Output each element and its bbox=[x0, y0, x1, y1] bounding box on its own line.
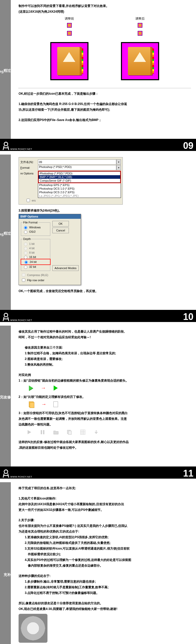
case-h: 对应此例 bbox=[19, 373, 191, 377]
compare-icon-after bbox=[54, 402, 55, 406]
logo-icon bbox=[3, 313, 9, 321]
format-option-dcs2[interactable]: Photoshop DCS 2.0 (*.EPS) bbox=[38, 190, 121, 194]
big-icon-after bbox=[121, 42, 159, 80]
sidebar-sub-09: PS bbox=[0, 70, 4, 74]
logo-icon bbox=[3, 469, 9, 478]
micro-icon-after-1 bbox=[138, 23, 142, 28]
radio-4bit bbox=[24, 247, 27, 250]
filename-dropdown-button[interactable]: ▾ bbox=[116, 159, 121, 165]
bmp-options-dialog: BMP Options File Format Windows OS/2 Dep… bbox=[19, 214, 81, 285]
radio-1bit bbox=[24, 243, 27, 246]
sidebar-sub-10: PS bbox=[0, 233, 4, 237]
c3-l3: 边线颜色的一致性问题。 bbox=[19, 422, 191, 427]
micro-icon-before-1 bbox=[67, 23, 72, 28]
s12-h2-l1: 也许有朋友提到为什么不直接拿PS做呢?:) 这其实只是我的个人步骤而已,但我认 bbox=[19, 524, 191, 528]
summary-l2: ,我的这套图标目前也随时处于修改过程中。 bbox=[19, 445, 191, 450]
c3-l1: 3：如部分按钮的不可用状态(灰色不可选按钮)由于直接转换各种颜色对应的黑白 bbox=[19, 411, 191, 415]
filename-input[interactable] bbox=[38, 159, 116, 165]
filename-label: 文件名(N): bbox=[20, 160, 38, 164]
format-list-highlight: Photoshop (*.PSD;*.PDD) BMP (*.BMP;*.RLE… bbox=[38, 171, 121, 183]
svg-point-0 bbox=[4, 142, 8, 146]
format-option-dcs1[interactable]: Photoshop DCS 1.0 (*.EPS) bbox=[38, 187, 121, 190]
format-select[interactable]: Photoshop (*.PSD;*.PDD) bbox=[38, 165, 116, 170]
watch-illustration bbox=[19, 614, 47, 643]
chk-compress bbox=[22, 273, 25, 277]
svg-rect-2 bbox=[41, 430, 42, 434]
big-icon-before bbox=[50, 42, 88, 80]
svg-rect-5 bbox=[68, 431, 71, 434]
format-option-jpeg[interactable]: La JPEG (*.JPG;*.JPEG;*.JPE) bbox=[38, 194, 121, 198]
format-option-gif[interactable]: CompuServe GIF (*.GIF) bbox=[39, 179, 120, 182]
play-icon-before bbox=[29, 385, 33, 391]
summary-l1: 这样的N次的反馈–修改过程中就会练就大家界面图标的技术,耐心以及更好的作品 bbox=[19, 440, 191, 444]
footer-url-09: WWW.ROKEY.NET bbox=[10, 148, 32, 150]
c2: 2：如“比较”功能的定义理解有误也经历了修改。 bbox=[19, 395, 191, 399]
options-label: re Options bbox=[20, 171, 38, 198]
svg-rect-3 bbox=[43, 430, 44, 434]
arrow-icon: → bbox=[41, 401, 46, 407]
c3-l2: 灰色调不一致也需要重新一起调整，并放到程序默认的背景色上观看效果。注意 bbox=[19, 416, 191, 421]
format-label: Format: bbox=[20, 166, 38, 169]
s12-w1: 1.多步骤制作,输出,非常繁琐,需要注意的问题也很多; bbox=[25, 579, 191, 584]
disabled-copy-icon bbox=[67, 429, 72, 435]
radio-32bit[interactable] bbox=[24, 265, 27, 269]
footer-url-10: WWW.ROKEY.NET bbox=[10, 319, 32, 321]
s12-h1: 1.其他尺寸界面Icon的制作: bbox=[19, 496, 191, 501]
sidebar-title-10: 过程 bbox=[4, 231, 11, 236]
s12-close-l1: 所以,像素点绘好的朋友还是十分推荐使用直接点绘的方法的。 bbox=[19, 601, 191, 606]
bmp-cancel-button[interactable]: Cancel bbox=[52, 228, 69, 233]
s12-w2: 2.需要重新点绘(有时候几乎是重新绘制)工作量重复,效率不高; bbox=[25, 585, 191, 590]
footer-url-11: WWW.ROKEY.NET bbox=[10, 476, 32, 478]
depth-group: Depth 1 bit 4 bit 8 bit 16 bit 24 bit 32… bbox=[21, 237, 50, 271]
s12-b3-l1: 3.支持32位图标的软件Icon,可以直接从AI带透明通道的图片,很方便(但目前… bbox=[25, 546, 191, 551]
s12-close-l2: OK,现在已经是凌晨4:30,我要睡了,希望我的经验能给大家一些帮助,谢谢! bbox=[19, 607, 191, 611]
bmp-advanced-button[interactable]: Advanced Modes bbox=[52, 265, 79, 271]
radio-24bit[interactable] bbox=[25, 261, 28, 264]
chk-flip[interactable] bbox=[22, 278, 25, 282]
radio-windows[interactable] bbox=[24, 226, 27, 229]
s12-b4-l1: 4.其实在PS中的过程可以理解为一个修复的过程,这样最大的好处是可以保留图 bbox=[25, 558, 191, 562]
s12-h1-l2: 更大一些尺寸的如32X32步骤基本一致,可以在PS中删减细节。 bbox=[19, 508, 191, 512]
radio-os2[interactable] bbox=[24, 230, 27, 234]
page-number-10: 10 bbox=[183, 312, 193, 321]
layers-checkbox[interactable] bbox=[27, 199, 30, 202]
micro-icon-after-2 bbox=[138, 31, 142, 36]
s12-intro: 终于完成了琅巨的任务,这里再作一点补充: bbox=[19, 486, 191, 490]
reason-h: 修改原因主要来自三个方面: bbox=[25, 345, 191, 350]
p1-l2: 呵呵，不过一个相对完美的作品应当经受如此考验～! bbox=[19, 335, 191, 340]
bmp-ok-button[interactable]: OK bbox=[52, 221, 69, 227]
intro-line-2: (这里以16X16的为例,24X24同理) bbox=[19, 9, 191, 14]
r3: 3.整体风格的再控制。 bbox=[25, 362, 191, 367]
s12-weak-h: 这种种步骤的劣处在于: bbox=[19, 574, 191, 578]
sidebar-title-11: 修改完善 bbox=[0, 395, 11, 400]
play-icon-after bbox=[54, 385, 58, 391]
s12-b2: 2.无限级的放缩能力,这种图标格式提供了天然的基础,矢量使然; bbox=[25, 541, 191, 545]
sidebar-title-09: 过程 bbox=[4, 68, 11, 73]
format-dropdown-list[interactable]: Photoshop (*.PSD;*.PDD) BMP (*.BMP;*.RLE… bbox=[38, 171, 120, 183]
intro-line-1: 制作中可以放到不同的背景下看看,并在程序默认背景下对比效果。 bbox=[19, 4, 191, 8]
s12-b3-l2: 件图标需求使况比较少); bbox=[25, 552, 191, 557]
ok-line: OK,经过这一步我们的Icon已基本完成，下面是输出步骤： bbox=[19, 91, 191, 96]
format-option-eps[interactable]: Photoshop EPS (*.EPS) bbox=[38, 183, 121, 187]
format-dropdown-list-rest[interactable]: Photoshop EPS (*.EPS) Photoshop DCS 1.0 … bbox=[38, 183, 121, 198]
s12-h2-l2: 为还是有其合理性的和优势的,它的优点在于: bbox=[19, 529, 191, 534]
c1: 1：如“启动按钮”就由当初的边缘较粗糙的箭头修正为像素角度表现合适的箭头。 bbox=[19, 378, 191, 383]
format-option-bmp[interactable]: BMP (*.BMP;*.RLE;*.DIB) bbox=[39, 175, 120, 179]
radio-8bit bbox=[24, 251, 27, 255]
s12-b4-l2: 像内部较复杂的渐变交叉,修复的重点还是在边缘部分。 bbox=[25, 563, 191, 568]
s12-h1-l1: 此例中涉及的16X16我是拿24X24尺寸缩小再重新绘制的,目前没有更好的办法 bbox=[19, 502, 191, 506]
radio-16bit[interactable] bbox=[24, 256, 27, 259]
depth-24-highlight: 24 bit bbox=[21, 259, 51, 265]
sidebar-title-12: 补充 bbox=[4, 572, 11, 577]
save-as-dialog: 文件名(N): ▾ Format: Photoshop (*.PSD;*.PDD… bbox=[19, 157, 123, 205]
bmp-title: BMP Options bbox=[19, 214, 81, 219]
format-option-psd[interactable]: Photoshop (*.PSD;*.PDD) bbox=[39, 172, 120, 175]
s12-h2: 2.关于步骤: bbox=[19, 518, 191, 522]
format-dropdown-button[interactable]: ▾ bbox=[116, 165, 121, 170]
page-number-09: 09 bbox=[183, 141, 193, 150]
file-format-group: File Format Windows OS/2 bbox=[21, 221, 50, 236]
step1-l1: 1.确保你的背景色为掩码色值 R:255 G:0 B:255,任何一个色偏的杂点… bbox=[19, 102, 191, 106]
step2: 2.这回我们应用PS中的File–Save As命令,输出格式为BMP； bbox=[19, 118, 191, 122]
disabled-play-icon bbox=[26, 429, 32, 435]
logo-icon bbox=[3, 142, 9, 150]
